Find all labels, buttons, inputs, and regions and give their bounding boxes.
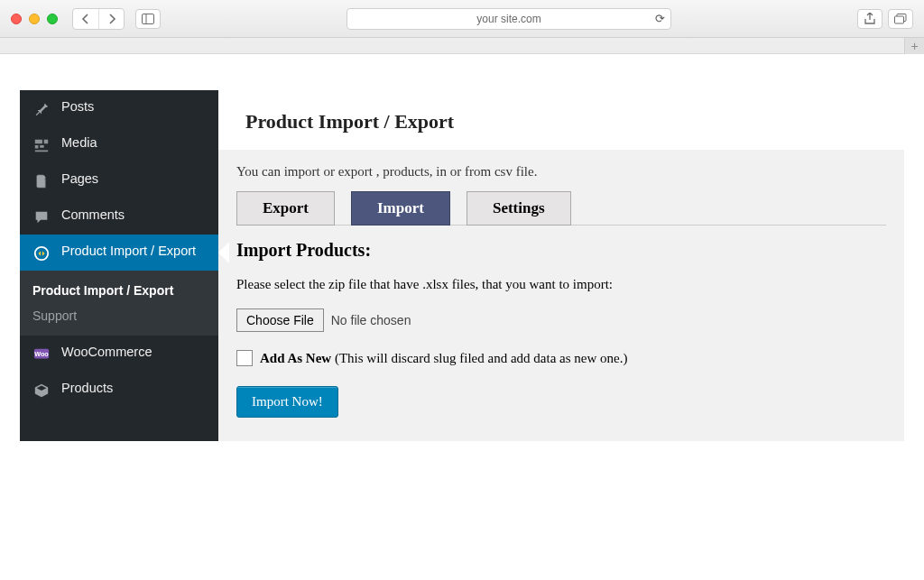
choose-file-button[interactable]: Choose File bbox=[236, 308, 324, 332]
admin-sidebar: Posts Media Pages Comments bbox=[20, 90, 218, 441]
pages-icon bbox=[32, 173, 51, 189]
window-controls bbox=[11, 14, 58, 24]
media-icon bbox=[32, 137, 51, 153]
main-content: Product Import / Export You can import o… bbox=[218, 90, 904, 441]
sidebar-item-pages[interactable]: Pages bbox=[20, 162, 218, 198]
sidebar-item-comments[interactable]: Comments bbox=[20, 198, 218, 235]
sidebar-label: Products bbox=[61, 381, 113, 395]
import-export-icon bbox=[32, 245, 51, 262]
reload-icon[interactable]: ⟳ bbox=[655, 12, 665, 25]
browser-toolbar: your site.com ⟳ bbox=[0, 0, 924, 38]
back-button[interactable] bbox=[73, 9, 98, 29]
submenu-product-import-export[interactable]: Product Import / Export bbox=[20, 278, 218, 303]
sidebar-label: WooCommerce bbox=[61, 345, 152, 359]
forward-button[interactable] bbox=[98, 9, 124, 29]
tab-export[interactable]: Export bbox=[236, 191, 335, 226]
sidebar-item-woocommerce[interactable]: Woo WooCommerce bbox=[20, 336, 218, 372]
import-now-button[interactable]: Import Now! bbox=[236, 386, 338, 418]
new-tab-button[interactable]: + bbox=[904, 38, 924, 54]
sidebar-toggle-button[interactable] bbox=[135, 9, 161, 29]
svg-rect-0 bbox=[143, 14, 154, 23]
svg-point-5 bbox=[35, 247, 48, 260]
address-bar[interactable]: your site.com ⟳ bbox=[346, 8, 671, 30]
close-window-button[interactable] bbox=[11, 14, 22, 24]
section-title: Import Products: bbox=[236, 240, 886, 261]
tab-bar: Export Import Settings bbox=[236, 190, 886, 226]
svg-rect-3 bbox=[895, 16, 904, 23]
instruction-text: Please select the zip file that have .xl… bbox=[236, 277, 886, 292]
page-title: Product Import / Export bbox=[245, 110, 877, 133]
tab-import[interactable]: Import bbox=[351, 191, 450, 226]
package-icon bbox=[32, 382, 51, 399]
submenu-support[interactable]: Support bbox=[20, 303, 218, 328]
add-as-new-checkbox[interactable] bbox=[236, 350, 253, 366]
svg-text:Woo: Woo bbox=[34, 350, 49, 358]
sidebar-submenu: Product Import / Export Support bbox=[20, 271, 218, 336]
nav-buttons bbox=[72, 8, 125, 30]
sidebar-label: Pages bbox=[61, 171, 98, 186]
maximize-window-button[interactable] bbox=[47, 14, 58, 24]
sidebar-label: Comments bbox=[61, 207, 125, 222]
share-button[interactable] bbox=[857, 9, 882, 29]
svg-rect-4 bbox=[37, 176, 45, 188]
sidebar-item-media[interactable]: Media bbox=[20, 126, 218, 162]
tab-settings[interactable]: Settings bbox=[467, 191, 571, 226]
pin-icon bbox=[32, 101, 51, 117]
checkbox-label: Add As New (This will discard slug filed… bbox=[260, 351, 627, 366]
sidebar-label: Media bbox=[61, 135, 97, 150]
sidebar-item-product-import-export[interactable]: Product Import / Export bbox=[20, 235, 218, 271]
sidebar-label: Posts bbox=[61, 99, 94, 114]
tabs-button[interactable] bbox=[888, 9, 913, 29]
sidebar-item-products[interactable]: Products bbox=[20, 372, 218, 408]
file-status: No file chosen bbox=[331, 313, 411, 327]
tab-strip: + bbox=[0, 38, 924, 54]
minimize-window-button[interactable] bbox=[29, 14, 40, 24]
comment-icon bbox=[32, 209, 51, 226]
browser-window: your site.com ⟳ + Posts bbox=[0, 0, 924, 580]
sidebar-label: Product Import / Export bbox=[61, 244, 196, 258]
sidebar-item-posts[interactable]: Posts bbox=[20, 90, 218, 126]
url-text: your site.com bbox=[476, 13, 541, 25]
page-description: You can import or export , products, in … bbox=[236, 164, 886, 180]
woocommerce-icon: Woo bbox=[32, 346, 51, 363]
